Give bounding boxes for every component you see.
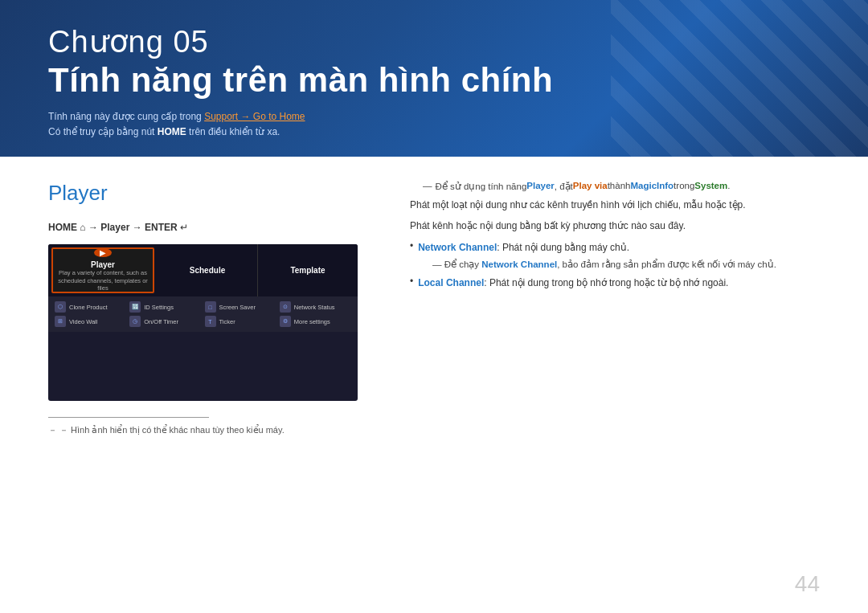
page-number: 44 [795,571,820,597]
chapter-title: Tính năng trên màn hình chính [48,61,553,100]
subtitle-bold: HOME [158,126,186,137]
intro-magicinfo-bold: MagicInfo [630,181,674,192]
on-off-timer-icon: ◷ [129,316,141,327]
nav-enter-icon: ↵ [180,222,188,233]
main-content: Player HOME ⌂ → Player → ENTER ↵ ▶ Playe… [0,157,868,613]
header-banner: Chương 05 Tính năng trên màn hình chính … [0,0,868,157]
clone-product-label: Clone Product [69,304,108,311]
subtitle-line2-suffix: trên điều khiển từ xa. [186,126,280,137]
nav-arrow2: → [133,222,142,233]
header-content: Chương 05 Tính năng trên màn hình chính … [48,24,553,140]
network-channel-bold: Network Channel [418,242,497,253]
bullet1-note-text: , bảo đảm rằng sản phẩm được kết nối với… [557,260,776,269]
nav-player: Player [100,222,129,233]
menu-item-template[interactable]: Template [258,244,358,296]
player-label: Player [91,260,115,269]
nav-path: HOME ⌂ → Player → ENTER ↵ [48,222,386,233]
note-divider [48,417,209,418]
right-line1: Phát một loạt nội dung như các kênh truy… [410,197,836,213]
subtitle-prefix: Tính năng này được cung cấp trong [48,111,204,122]
nav-arrow1: → [88,222,100,233]
section-title: Player [48,181,386,206]
nav-enter: ENTER [145,222,178,233]
intro-player-bold: Player [526,181,555,192]
left-column: Player HOME ⌂ → Player → ENTER ↵ ▶ Playe… [48,181,386,436]
bullet-dot-1: • [410,240,413,251]
note-content: － Hình ảnh hiển thị có thể khác nhau tùy… [59,425,285,435]
bullet1-dash: — Để chạy [432,260,481,269]
screen-saver-icon: □ [205,301,216,313]
intro-system-bold: System [694,181,727,192]
grid-ticker[interactable]: T Ticker [205,316,276,327]
header-subtitle: Tính năng này được cung cấp trong Suppor… [48,109,553,140]
more-settings-icon: ⚙ [280,316,291,327]
intro-text-mid: , đặt [555,181,573,192]
more-settings-label: More settings [294,318,330,325]
menu-item-player[interactable]: ▶ Player Play a variety of content, such… [51,247,154,293]
right-line2: Phát kênh hoặc nội dung bằng bất kỳ phươ… [410,218,836,234]
bullet-1-text: Network Channel: Phát nội dung bằng máy … [418,239,629,255]
chapter-number: Chương 05 [48,24,553,59]
subtitle-link[interactable]: Support → Go to Home [204,111,305,122]
template-label: Template [290,266,325,275]
id-settings-icon: 🔢 [129,301,141,313]
grid-network-status[interactable]: ⊙ Network Status [280,301,351,313]
network-status-icon: ⊙ [280,301,291,313]
player-play-icon: ▶ [94,248,112,257]
ticker-label: Ticker [219,318,235,325]
right-column: Để sử dụng tính năng Player, đặt Play vi… [410,181,836,295]
note-dash: － [48,425,59,435]
video-wall-label: Video Wall [69,318,97,325]
grid-video-wall[interactable]: ⊞ Video Wall [55,316,126,327]
subtitle-line2-prefix: Có thể truy cập bằng nút [48,126,158,137]
ticker-icon: T [205,316,216,327]
local-channel-bold: Local Channel [418,277,484,288]
bullet-dot-2: • [410,276,413,287]
screenshot-bottom-grid: ⬡ Clone Product 🔢 ID Settings □ Screen S… [48,296,358,332]
grid-screen-saver[interactable]: □ Screen Saver [205,301,276,313]
bullet1-network-channel-bold: Network Channel [481,260,557,269]
grid-clone-product[interactable]: ⬡ Clone Product [55,301,126,313]
network-status-label: Network Status [294,304,335,311]
intro-text-prefix: Để sử dụng tính năng [436,181,527,192]
bullet-item-1: • Network Channel: Phát nội dung bằng má… [410,239,836,255]
screenshot-box: ▶ Player Play a variety of content, such… [48,244,358,401]
on-off-timer-label: On/Off Timer [144,318,178,325]
screenshot-top-bar: ▶ Player Play a variety of content, such… [48,244,358,296]
bullet-2-text: Local Channel: Phát nội dung trong bộ nh… [418,275,728,291]
menu-item-schedule[interactable]: Schedule [158,244,258,296]
grid-id-settings[interactable]: 🔢 ID Settings [129,301,201,313]
bullet1-sub-note: — Để chạy Network Channel, bảo đảm rằng … [432,259,836,270]
nav-home: HOME [48,222,77,233]
grid-more-settings[interactable]: ⚙ More settings [280,316,351,327]
clone-product-icon: ⬡ [55,301,66,313]
video-wall-icon: ⊞ [55,316,66,327]
intro-text-mid3: trong [674,181,694,192]
bullet-item-2: • Local Channel: Phát nội dung trong bộ … [410,275,836,291]
schedule-label: Schedule [190,266,225,275]
player-sub: Play a variety of content, such as sched… [53,269,153,292]
intro-text-mid2: thành [608,181,631,192]
intro-dash-note: Để sử dụng tính năng Player, đặt Play vi… [423,181,836,192]
id-settings-label: ID Settings [144,304,174,311]
nav-home-icon: ⌂ [80,222,85,233]
intro-play-via-bold: Play via [573,181,608,192]
note-text: － － Hình ảnh hiển thị có thể khác nhau t… [48,424,386,436]
grid-on-off-timer[interactable]: ◷ On/Off Timer [129,316,201,327]
screen-saver-label: Screen Saver [219,304,256,311]
intro-text-end: . [727,181,730,192]
